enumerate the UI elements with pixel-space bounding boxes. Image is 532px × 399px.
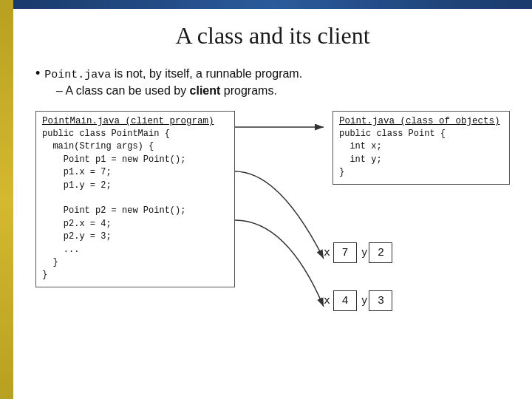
point2-row: x 4 y 3 (324, 290, 392, 311)
page-title: A class and its client (35, 22, 510, 50)
point2-y-label: y (361, 295, 367, 307)
bullet-dot: • (35, 66, 40, 81)
bullet-section: • Point.java is not, by itself, a runnab… (35, 66, 510, 98)
point1-row: x 7 y 2 (324, 242, 392, 263)
point2-x-value: 4 (333, 290, 357, 311)
point2-x-label: x (324, 295, 330, 307)
point-java-code: Point.java (44, 69, 111, 81)
right-box-title: Point.java (class of objects) (339, 116, 503, 126)
point1-y-value: 2 (369, 242, 392, 263)
right-code-box: Point.java (class of objects) public cla… (332, 111, 510, 185)
bullet-line-1: • Point.java is not, by itself, a runnab… (35, 66, 510, 81)
point1-x-label: x (324, 247, 330, 259)
point1-y-label: y (361, 247, 367, 259)
top-decorative-bar (13, 0, 532, 9)
point2-y-value: 3 (369, 290, 392, 311)
left-box-title: PointMain.java (client program) (42, 116, 228, 126)
left-decorative-bar (0, 0, 13, 399)
right-code-block: public class Point { int x; int y; } (339, 128, 503, 180)
point1-x-value: 7 (333, 242, 357, 263)
diagram-area: PointMain.java (client program) public c… (35, 111, 510, 340)
sub-bullet-line: – A class can be used by client programs… (35, 84, 510, 98)
main-content: A class and its client • Point.java is n… (13, 9, 532, 399)
bullet-text: Point.java is not, by itself, a runnable… (44, 67, 302, 81)
left-code-box: PointMain.java (client program) public c… (35, 111, 235, 287)
left-code-block: public class PointMain { main(String arg… (42, 128, 228, 282)
